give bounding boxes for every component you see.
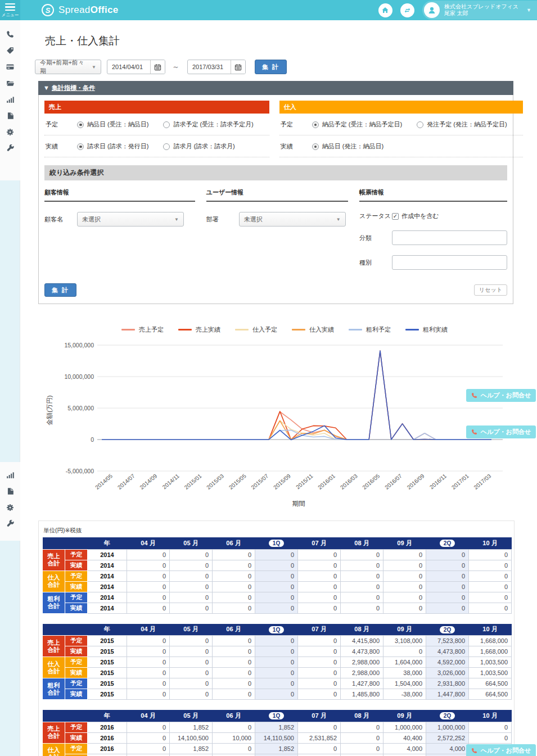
value-cell: 0 — [298, 657, 341, 668]
aggregate-button-top[interactable]: 集 計 — [255, 60, 287, 74]
panel-header[interactable]: ▼集計指標・条件 — [38, 81, 513, 95]
value-cell: 0 — [341, 732, 383, 743]
sales-plan-option[interactable]: 請求予定 (受注：請求予定月) — [163, 120, 253, 129]
customer-select[interactable]: 未選択 ▼ — [77, 212, 184, 227]
radio-button-icon[interactable] — [77, 143, 84, 150]
sidebar-item-chart[interactable] — [0, 91, 20, 107]
x-tick-label: 2016/01 — [317, 473, 336, 491]
period-select[interactable]: 今期+前期+前々期 ▼ — [35, 60, 101, 74]
column-header: 09 月 — [383, 537, 426, 549]
help-contact-button[interactable]: ヘルプ・お問合せ — [466, 744, 536, 756]
legend-item[interactable]: 粗利予定 — [349, 325, 391, 334]
year-cell: 2014 — [88, 549, 127, 560]
legend-swatch-icon — [178, 329, 192, 331]
sidebar-item-document[interactable] — [0, 107, 20, 124]
row-sub-label: 実績 — [65, 560, 88, 571]
value-cell: 1,447,800 — [426, 689, 469, 700]
legend-item[interactable]: 売上実績 — [178, 325, 220, 334]
help-contact-button[interactable]: ヘルプ・お問合せ — [466, 425, 536, 438]
quarter-badge: 2Q — [440, 712, 455, 719]
radio-option-label: 発注予定 (発注：納品予定日) — [427, 120, 507, 129]
column-header: 05 月 — [170, 624, 213, 636]
table-row: 仕入合計予定2014000000000 — [43, 571, 512, 581]
sales-plan-option[interactable]: 請求月 (請求：請求月) — [163, 142, 234, 151]
help-contact-button[interactable]: ヘルプ・お問合せ — [466, 389, 536, 402]
sidebar-item-chart-2[interactable] — [0, 467, 20, 483]
value-cell: 1,852 — [255, 743, 298, 754]
sidebar-item-tag[interactable] — [0, 42, 20, 58]
tag-icon — [6, 47, 14, 55]
date-from-field[interactable]: 2014/04/01 — [107, 60, 165, 74]
radio-button-icon[interactable] — [312, 143, 319, 150]
year-cell: 2015 — [88, 689, 127, 700]
type-input[interactable] — [392, 255, 507, 270]
row-sub-label: 実績 — [65, 646, 88, 657]
series-line-売上実績 — [102, 351, 491, 440]
value-cell: 1,427,800 — [341, 678, 383, 689]
sidebar-item-card[interactable] — [0, 58, 20, 75]
x-tick-label: 2016/11 — [428, 473, 448, 490]
category-input[interactable] — [392, 230, 507, 245]
value-cell: 4,473,800 — [341, 646, 383, 657]
legend-swatch-icon — [121, 329, 135, 331]
radio-button-icon[interactable] — [417, 121, 423, 128]
home-button[interactable] — [378, 3, 392, 17]
refresh-button[interactable] — [400, 3, 414, 17]
purchase-plan-option[interactable]: 発注予定 (発注：納品予定日) — [417, 120, 507, 129]
unit-note: 単位(円)※税抜 — [43, 527, 512, 535]
value-cell: 10,000 — [213, 732, 255, 743]
value-cell: 0 — [127, 549, 170, 560]
date-to-field[interactable]: 2017/03/31 — [187, 60, 246, 74]
year-cell: 2016 — [88, 754, 127, 756]
value-cell: 0 — [127, 581, 170, 592]
value-cell: 0 — [341, 581, 383, 592]
value-cell: 0 — [255, 603, 298, 613]
value-cell: 0 — [383, 754, 426, 756]
sidebar-item-tools[interactable] — [0, 140, 20, 156]
radio-button-icon[interactable] — [163, 121, 170, 128]
sidebar-item-document-2[interactable] — [0, 483, 20, 499]
radio-button-icon[interactable] — [77, 121, 84, 128]
sidebar-item-settings[interactable] — [0, 124, 20, 140]
value-cell: 0 — [213, 678, 255, 689]
value-cell: 0 — [255, 636, 298, 646]
row-sub-label: 実績 — [65, 754, 88, 756]
value-cell: 38,000 — [383, 668, 426, 678]
reset-button[interactable]: リセット — [474, 284, 507, 296]
value-cell: 0 — [298, 678, 341, 689]
sidebar-item-folder[interactable] — [0, 75, 20, 91]
column-header: 08 月 — [341, 537, 383, 549]
sidebar-item-settings-2[interactable] — [0, 499, 20, 515]
value-cell: 0 — [383, 581, 426, 592]
legend-item[interactable]: 粗利実績 — [405, 325, 448, 334]
year-cell: 2015 — [88, 678, 127, 689]
legend-item[interactable]: 売上予定 — [121, 325, 164, 334]
sales-plan-option[interactable]: 納品日 (受注：納品日) — [77, 120, 148, 129]
brand-logo[interactable]: S SpreadOffice — [42, 4, 119, 16]
sales-plan-option[interactable]: 請求日 (請求：発行日) — [77, 142, 148, 151]
radio-button-icon[interactable] — [163, 143, 170, 150]
purchase-plan-option[interactable]: 納品予定 (受注：納品予定日) — [312, 120, 402, 129]
radio-button-icon[interactable] — [312, 121, 319, 128]
customer-info-column: 顧客情報 顧客名 未選択 ▼ — [44, 188, 206, 270]
legend-item[interactable]: 仕入予定 — [235, 325, 277, 334]
row-sub-label: 予定 — [65, 592, 88, 603]
status-checkbox[interactable]: ✓ — [392, 213, 399, 220]
legend-item[interactable]: 仕入実績 — [292, 325, 334, 334]
calendar-button[interactable] — [150, 60, 165, 74]
status-checkbox-label: 作成中を含む — [401, 212, 439, 220]
calendar-button[interactable] — [231, 60, 245, 74]
legend-label: 仕入実績 — [309, 325, 334, 334]
sidebar-item-phone[interactable] — [0, 26, 20, 42]
user-menu[interactable]: 株式会社スプレッドオフィス 尾家 太郎 ▼ — [422, 1, 537, 20]
value-cell: 0 — [341, 722, 383, 732]
table-row: 売上合計予定2014000000000 — [43, 549, 512, 560]
purchase-plan-option[interactable]: 納品日 (発注：納品日) — [312, 142, 383, 151]
menu-button[interactable]: メニュー — [0, 0, 20, 20]
column-header: 05 月 — [170, 710, 213, 722]
department-select[interactable]: 未選択 ▼ — [239, 212, 346, 227]
row-sub-label: 予定 — [65, 549, 88, 560]
table-row: 仕入合計予定201601,85201,852004,0004,0000 — [43, 743, 512, 754]
sidebar-item-tools-2[interactable] — [0, 515, 20, 532]
aggregate-button-bottom[interactable]: 集 計 — [44, 283, 76, 297]
